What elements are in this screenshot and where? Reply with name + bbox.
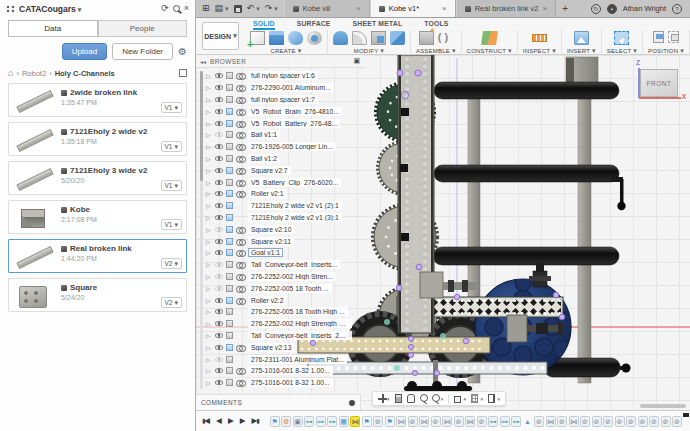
hand-pan-icon[interactable] — [407, 394, 414, 403]
visibility-eye-icon[interactable] — [215, 309, 223, 314]
timeline-feature-item[interactable]: ⊘ — [373, 416, 383, 427]
timeline-feature-item[interactable]: ▣ — [293, 416, 303, 427]
undo-icon[interactable]: ↶ — [247, 4, 260, 13]
expand-arrow-icon[interactable]: ▷ — [206, 297, 212, 304]
timeline-feature-item[interactable]: ⊘ — [672, 416, 682, 427]
zoom-icon[interactable] — [420, 394, 427, 403]
file-menu-icon[interactable]: ▤ — [215, 4, 229, 13]
viewport-canvas[interactable]: Z FRONT X ◂◂ BROWSER ▣ ▷ — [196, 55, 690, 410]
fit-icon[interactable] — [432, 394, 439, 403]
expand-arrow-icon[interactable]: ▷ — [206, 179, 212, 186]
timeline-feature-item[interactable]: ⊘ — [638, 416, 648, 427]
browser-row-label[interactable]: Square v2:7 — [248, 166, 291, 175]
browser-row-label[interactable]: Tail_Conveyor-belt_Inserts... — [248, 260, 340, 269]
browser-row[interactable]: ▷ Square v2:11 — [206, 235, 364, 247]
timeline-feature-item[interactable]: ⊶ — [500, 416, 510, 427]
browser-row-label[interactable]: 276-2252-005 18 Tooth High ... — [248, 307, 348, 316]
visibility-eye-icon[interactable] — [215, 121, 223, 126]
new-component-icon[interactable] — [419, 31, 434, 45]
timeline-feature-item[interactable]: ⋈ — [419, 416, 429, 427]
expand-arrow-icon[interactable]: ▷ — [206, 108, 212, 115]
view-cube[interactable]: Z FRONT X — [632, 61, 684, 105]
timeline-feature-item[interactable]: ⊘ — [603, 416, 613, 427]
browser-row-label[interactable]: Ball v1:2 — [248, 154, 280, 163]
browser-row[interactable]: ▷ Ball v1:1 — [206, 129, 364, 141]
extrude-icon[interactable] — [269, 31, 284, 45]
revolve-icon[interactable] — [307, 31, 322, 45]
browser-row-label[interactable]: 276-2252-005 18 Tooth ... — [248, 284, 332, 293]
data-item-card[interactable]: Kobe 2:17:08 PM V1 — [8, 200, 187, 234]
browser-row[interactable]: ▷ full nylon spacer v1:6 — [206, 70, 364, 82]
data-item-card[interactable]: Square 5/24/20 V2 — [8, 278, 187, 312]
expand-arrow-icon[interactable]: ▷ — [206, 202, 212, 209]
expand-arrow-icon[interactable]: ▷ — [206, 131, 212, 138]
browser-row[interactable]: ▷ Tail_Conveyor-belt_Inserts... — [206, 259, 364, 271]
visibility-eye-icon[interactable] — [215, 85, 223, 90]
help-icon[interactable]: ? — [672, 4, 682, 14]
browser-row-label[interactable]: V5_Robot_Brain_276-4810... — [248, 107, 342, 116]
save-icon[interactable] — [234, 5, 242, 13]
browser-row-label[interactable]: 276-2290-001 Aluminum... — [248, 83, 334, 92]
visibility-eye-icon[interactable] — [215, 357, 223, 362]
timeline-feature-item[interactable]: ⋈ — [350, 416, 360, 427]
step-forward-button[interactable]: ▶ — [240, 417, 246, 425]
browser-row[interactable]: ▷ 276-2252-002 High Stren... — [206, 271, 364, 283]
design-workspace-dropdown[interactable]: DESIGN — [202, 22, 239, 50]
expand-arrow-icon[interactable]: ▷ — [206, 155, 212, 162]
version-dropdown[interactable]: V1 — [161, 180, 182, 191]
browser-row[interactable]: ▷ 276-1926-005 Longer Lin... — [206, 141, 364, 153]
go-to-end-button[interactable]: ▶ — [251, 417, 259, 425]
ribbon-tab[interactable]: SURFACE — [297, 20, 331, 30]
notifications-icon[interactable]: • — [607, 4, 617, 14]
visibility-eye-icon[interactable] — [215, 156, 223, 161]
create-sketch-icon[interactable] — [250, 31, 265, 45]
timeline-feature-item[interactable]: ⋈ — [546, 416, 556, 427]
browser-row[interactable]: ▷ 276-2290-001 Aluminum... — [206, 82, 364, 94]
step-back-button[interactable]: ◀ — [216, 417, 222, 425]
joint-icon[interactable] — [438, 31, 453, 45]
expand-arrow-icon[interactable]: ▷ — [206, 249, 212, 256]
browser-row-label[interactable]: Goal v1:1 — [248, 248, 283, 257]
visibility-eye-icon[interactable] — [215, 368, 223, 373]
refresh-icon[interactable]: ⟳ — [161, 4, 169, 13]
browser-row[interactable]: ▷ 276-2252-005 18 Tooth High ... — [206, 306, 364, 318]
expand-arrow-icon[interactable]: ▷ — [206, 344, 212, 351]
visibility-eye-icon[interactable] — [215, 262, 223, 267]
browser-row-label[interactable]: 276-2252-002 High Stren... — [248, 272, 336, 281]
close-tab-icon[interactable]: × — [442, 4, 447, 13]
timeline-feature-item[interactable]: ⊶ — [511, 416, 521, 427]
ribbon-tab[interactable]: SHEET METAL — [353, 20, 403, 30]
browser-row[interactable]: ▷ Square v2:7 — [206, 164, 364, 176]
data-panel-tab[interactable]: Data — [8, 20, 98, 37]
browser-row-label[interactable]: 276-2252-002 High Strength C... — [248, 319, 352, 328]
expand-arrow-icon[interactable]: ▷ — [206, 356, 212, 363]
close-tab-icon[interactable]: × — [356, 4, 361, 13]
comments-icon[interactable] — [349, 400, 355, 406]
expand-arrow-icon[interactable]: ▷ — [206, 273, 212, 280]
visibility-eye-icon[interactable] — [215, 191, 223, 196]
expand-arrow-icon[interactable]: ▷ — [206, 308, 212, 315]
timeline-feature-item[interactable]: ⊘ — [580, 416, 590, 427]
visibility-eye-icon[interactable] — [215, 321, 223, 326]
browser-row[interactable]: ▷ Roller v2:1 — [206, 188, 364, 200]
timeline-feature-item[interactable]: ⊶ — [488, 416, 498, 427]
expand-arrow-icon[interactable]: ▷ — [206, 190, 212, 197]
expand-arrow-icon[interactable]: ▷ — [206, 320, 212, 327]
visibility-eye-icon[interactable] — [215, 345, 223, 350]
browser-row[interactable]: ▷ 275-1016-001 8-32 1.00... — [206, 365, 364, 377]
visibility-eye-icon[interactable] — [215, 250, 223, 255]
visibility-eye-icon[interactable] — [215, 168, 223, 173]
revert-position-icon[interactable] — [668, 31, 679, 43]
version-dropdown[interactable]: V1 — [161, 219, 182, 230]
document-tab[interactable]: Kobe v1* × — [370, 0, 456, 17]
browser-row-label[interactable]: Square v2:11 — [248, 237, 294, 246]
visibility-eye-icon[interactable] — [215, 203, 223, 208]
job-status-icon[interactable]: ↻ — [591, 4, 601, 14]
browser-row[interactable]: ▷ full nylon spacer v1:7 — [206, 94, 364, 106]
data-item-card[interactable]: 7121Eholy 2 wide v2 1:35:18 PM V1 — [8, 122, 187, 156]
measure-icon[interactable] — [532, 34, 547, 42]
browser-row[interactable]: ▷ 7121Eholy 2 wide v2 v1 (2):1 — [206, 200, 364, 212]
expand-arrow-icon[interactable]: ▷ — [206, 367, 212, 374]
expand-arrow-icon[interactable]: ▷ — [206, 143, 212, 150]
browser-row-label[interactable]: 7121Eholy 2 wide v2 v1 (3):1 — [248, 213, 342, 222]
